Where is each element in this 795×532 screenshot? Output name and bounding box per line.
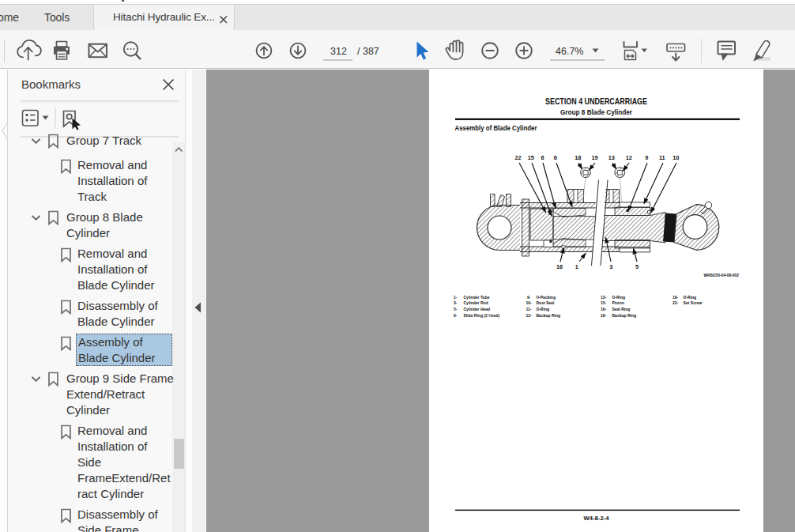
svg-text:15: 15 bbox=[528, 154, 534, 161]
svg-text:22: 22 bbox=[514, 154, 521, 161]
svg-text:12-: 12- bbox=[526, 313, 533, 318]
svg-text:Set Screw: Set Screw bbox=[684, 300, 703, 305]
svg-text:Cylinder Rod: Cylinder Rod bbox=[464, 300, 488, 305]
svg-text:6: 6 bbox=[541, 154, 544, 161]
svg-text:46.7%: 46.7% bbox=[556, 46, 583, 57]
svg-text:5: 5 bbox=[635, 263, 639, 270]
svg-text:3: 3 bbox=[609, 263, 612, 270]
svg-text:18-: 18- bbox=[601, 313, 607, 318]
svg-text:Group 8 Blade Cylinder: Group 8 Blade Cylinder bbox=[560, 108, 632, 116]
svg-text:Assembly of Blade Cylinder: Assembly of Blade Cylinder bbox=[455, 123, 537, 132]
svg-text:U-Packing: U-Packing bbox=[537, 295, 556, 300]
svg-text:O-Ring: O-Ring bbox=[612, 295, 626, 300]
svg-text:6: 6 bbox=[554, 154, 557, 161]
svg-text:Cylinder Tube: Cylinder Tube bbox=[464, 295, 490, 300]
svg-text:9-: 9- bbox=[527, 295, 531, 300]
svg-text:3-: 3- bbox=[454, 300, 458, 305]
svg-text:15-: 15- bbox=[601, 300, 607, 305]
svg-text:5-: 5- bbox=[454, 307, 458, 311]
svg-text:1-: 1- bbox=[454, 295, 458, 300]
svg-text:9: 9 bbox=[645, 154, 648, 161]
svg-text:O-Ring: O-Ring bbox=[684, 295, 697, 300]
svg-text:11-: 11- bbox=[526, 307, 532, 311]
svg-text:Slide Ring (2 Used): Slide Ring (2 Used) bbox=[464, 313, 500, 318]
svg-text:WABG50-04-08-002: WABG50-04-08-002 bbox=[703, 274, 739, 277]
svg-text:22-: 22- bbox=[673, 300, 679, 305]
svg-text:11: 11 bbox=[659, 154, 665, 161]
svg-text:O-Ring: O-Ring bbox=[537, 307, 550, 311]
svg-text:16-: 16- bbox=[601, 307, 607, 311]
svg-text:18: 18 bbox=[575, 154, 581, 161]
svg-text:10: 10 bbox=[673, 154, 679, 161]
svg-text:13-: 13- bbox=[601, 295, 607, 300]
svg-text:Piston: Piston bbox=[612, 300, 624, 305]
svg-text:16: 16 bbox=[556, 263, 563, 270]
svg-text:SECTION 4 UNDERCARRIAGE: SECTION 4 UNDERCARRIAGE bbox=[545, 96, 647, 106]
svg-text:12: 12 bbox=[626, 154, 632, 161]
svg-text:1: 1 bbox=[575, 263, 578, 270]
svg-text:/ 387: / 387 bbox=[357, 46, 379, 57]
svg-text:Dust Seal: Dust Seal bbox=[537, 300, 555, 305]
svg-text:Backup Ring: Backup Ring bbox=[612, 313, 637, 318]
svg-text:Seal Ring: Seal Ring bbox=[612, 307, 631, 311]
svg-text:6-: 6- bbox=[454, 313, 458, 318]
svg-text:W4-8-2-4: W4-8-2-4 bbox=[584, 515, 610, 522]
svg-text:312: 312 bbox=[330, 46, 347, 57]
svg-text:19-: 19- bbox=[673, 295, 679, 300]
svg-text:Backup Ring: Backup Ring bbox=[537, 313, 561, 318]
svg-text:19: 19 bbox=[592, 154, 598, 161]
svg-text:13: 13 bbox=[608, 154, 615, 161]
svg-text:Cylinder Head: Cylinder Head bbox=[464, 307, 491, 311]
svg-text:10-: 10- bbox=[526, 300, 533, 305]
